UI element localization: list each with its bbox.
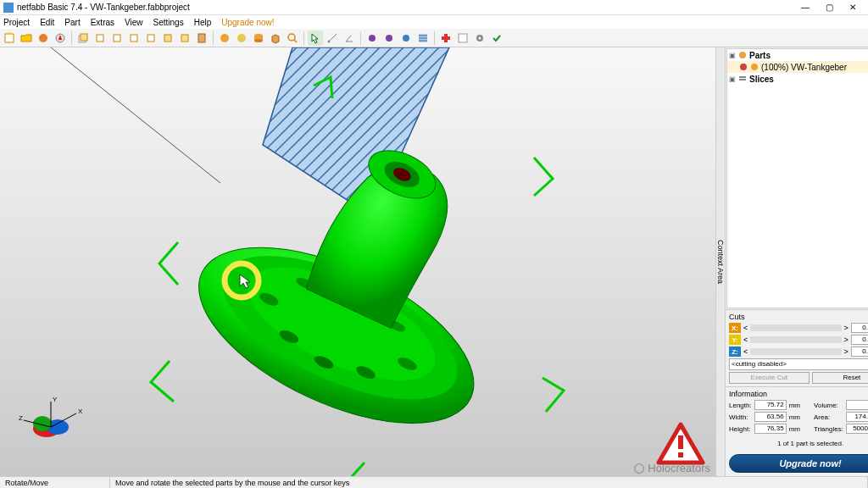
svg-rect-5: [97, 35, 103, 42]
title-bar: netfabb Basic 7.4 - VW-Tankgeber.fabbpro…: [0, 0, 868, 15]
svg-text:Y: Y: [53, 396, 58, 403]
menu-extras[interactable]: Extras: [91, 18, 114, 27]
box4-icon[interactable]: [126, 30, 142, 46]
watermark: Holocreators: [633, 462, 710, 474]
menu-part[interactable]: Part: [64, 18, 80, 27]
cut-z-gt[interactable]: >: [844, 347, 849, 356]
viewport-3d[interactable]: X Y Z Holocreators: [0, 47, 715, 476]
pointer-icon[interactable]: [308, 30, 323, 46]
svg-rect-6: [114, 35, 120, 42]
redcross-icon[interactable]: [438, 30, 453, 46]
svg-rect-9: [164, 35, 171, 42]
tree-part-item[interactable]: (100%) VW-Tankgeber: [727, 61, 868, 73]
gear-icon[interactable]: [472, 30, 487, 46]
minimize-button[interactable]: —: [793, 1, 817, 14]
cut-mode-select[interactable]: <cutting disabled>: [729, 358, 868, 370]
svg-point-29: [479, 36, 481, 39]
close-button[interactable]: ✕: [841, 1, 865, 14]
cut-z-lt[interactable]: <: [743, 347, 748, 356]
menu-help[interactable]: Help: [194, 18, 212, 27]
side-panel: Context Area ▣ Parts (100%) VW-Tankgeber: [715, 47, 868, 476]
box3-icon[interactable]: [109, 30, 125, 46]
upgrade-now-button[interactable]: Upgrade now!: [729, 454, 868, 473]
menu-view[interactable]: View: [125, 18, 143, 27]
cut-x-value[interactable]: 0.00: [851, 323, 868, 333]
magnify-icon[interactable]: [285, 30, 300, 46]
world-icon[interactable]: [36, 30, 51, 46]
box2-icon[interactable]: [92, 30, 108, 46]
svg-point-60: [740, 64, 747, 70]
menu-edit[interactable]: Edit: [40, 18, 54, 27]
cut-x-slider[interactable]: [750, 324, 841, 331]
cut-x-gt[interactable]: >: [844, 324, 849, 332]
info-panel: Information Length: 75.72 mm Volume: ---…: [726, 386, 868, 436]
axis-y-label: Y:: [729, 335, 741, 345]
cut-y-value[interactable]: 0.00: [851, 335, 868, 345]
tree-slices-root[interactable]: ▣ Slices: [727, 73, 868, 85]
info-height: 76.35: [754, 424, 787, 434]
cut-z-value[interactable]: 0.00: [851, 347, 868, 357]
app-icon: [3, 3, 14, 13]
svg-rect-27: [459, 34, 467, 42]
info-width: 63.56: [754, 412, 787, 422]
cut-z-slider[interactable]: [750, 348, 841, 355]
svg-point-12: [220, 34, 229, 42]
warning-icon[interactable]: [656, 422, 705, 466]
svg-line-30: [51, 47, 220, 183]
svg-rect-47: [678, 435, 683, 449]
menu-project[interactable]: Project: [3, 18, 30, 27]
open-icon[interactable]: [19, 30, 34, 46]
box5-icon[interactable]: [143, 30, 159, 46]
cut-y-slider[interactable]: [750, 336, 841, 343]
cut-x-lt[interactable]: <: [743, 324, 748, 332]
svg-rect-4: [81, 34, 87, 41]
cube-icon[interactable]: [268, 30, 283, 46]
box1-icon[interactable]: [75, 30, 91, 46]
menu-settings[interactable]: Settings: [153, 18, 184, 27]
cylinder-icon[interactable]: [251, 30, 266, 46]
svg-point-21: [386, 35, 392, 42]
window-title: netfabb Basic 7.4 - VW-Tankgeber.fabbpro…: [17, 3, 190, 12]
svg-text:X: X: [78, 408, 83, 415]
context-area-tab[interactable]: Context Area: [716, 47, 726, 476]
angle-icon[interactable]: [342, 30, 357, 46]
compass-icon[interactable]: [53, 30, 68, 46]
maximize-button[interactable]: ▢: [817, 1, 841, 14]
measure-icon[interactable]: [325, 30, 340, 46]
svg-point-61: [751, 64, 758, 70]
status-mode: Rotate/Move: [0, 477, 110, 488]
reset-cut-button[interactable]: Reset: [812, 372, 868, 384]
svg-text:Z: Z: [19, 414, 23, 422]
sphere1-icon[interactable]: [217, 30, 232, 46]
cut-y-lt[interactable]: <: [743, 336, 748, 344]
svg-rect-48: [678, 452, 683, 458]
sphere2-icon[interactable]: [234, 30, 249, 46]
svg-point-17: [288, 34, 295, 41]
check-icon[interactable]: [489, 30, 504, 46]
box7-icon[interactable]: [177, 30, 192, 46]
svg-rect-64: [739, 79, 746, 80]
execute-cut-button[interactable]: Execute Cut: [729, 372, 810, 384]
svg-point-58: [739, 52, 746, 58]
cut-y-row: Y: < > 0.00 mm: [729, 335, 868, 345]
box6-icon[interactable]: [160, 30, 175, 46]
svg-line-18: [294, 40, 297, 42]
svg-rect-11: [198, 34, 205, 42]
blob3-icon[interactable]: [398, 30, 414, 46]
rx-icon[interactable]: [455, 30, 470, 46]
parts-tree[interactable]: ▣ Parts (100%) VW-Tankgeber ▣: [726, 48, 868, 308]
selection-status: 1 of 1 part is selected.: [726, 436, 868, 451]
svg-point-22: [403, 35, 409, 42]
info-area: 174.01: [846, 412, 868, 422]
stripes-icon[interactable]: [415, 30, 431, 46]
cut-y-gt[interactable]: >: [844, 336, 849, 344]
new-project-icon[interactable]: [2, 30, 17, 46]
svg-point-1: [39, 34, 47, 42]
cut-x-row: X: < > 0.00 mm: [729, 323, 868, 333]
blob1-icon[interactable]: [364, 30, 380, 46]
status-hint: Move and rotate the selected parts by th…: [110, 477, 868, 488]
tree-parts-root[interactable]: ▣ Parts: [727, 49, 868, 61]
clipboard-icon[interactable]: [194, 30, 209, 46]
menu-upgrade[interactable]: Upgrade now!: [221, 18, 274, 27]
blob2-icon[interactable]: [381, 30, 397, 46]
